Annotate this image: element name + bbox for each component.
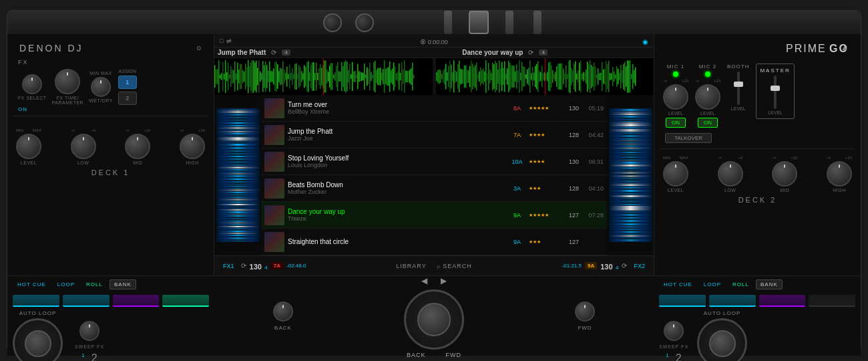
track-row[interactable]: Straighten that circle 9A ★★★ 127 (261, 229, 607, 255)
svg-rect-76 (314, 73, 316, 80)
mic1-level-label: LEVEL (668, 111, 683, 116)
mid-knob-r[interactable] (772, 161, 797, 187)
low-knob-container: -∞+6 LOW (71, 128, 96, 165)
svg-rect-158 (443, 70, 444, 82)
pad-1-2[interactable] (63, 295, 110, 307)
svg-rect-254 (571, 68, 572, 85)
booth-fader-track[interactable] (737, 72, 740, 105)
jog-wheel-2[interactable] (697, 318, 747, 361)
svg-rect-134 (392, 69, 393, 85)
talkover-btn[interactable]: TALKOVER (665, 133, 712, 143)
bank-btn[interactable]: BANK (110, 279, 136, 289)
track-row[interactable]: Jump the Phatt Jazzi Joe 7A ★★★★ 128 04:… (261, 122, 607, 148)
top-knob-1[interactable] (323, 13, 342, 32)
low-knob-r[interactable] (718, 161, 743, 187)
svg-rect-263 (583, 72, 584, 82)
mic1-knob[interactable] (663, 84, 688, 110)
pad-2-1[interactable] (659, 295, 706, 307)
svg-rect-12 (229, 75, 230, 79)
sweep-fx-label-1: SWEEP FX (75, 344, 104, 349)
mic1-knob-container: -∞+20 LEVEL (663, 79, 688, 116)
search-btn[interactable]: ⌕ SEARCH (433, 261, 475, 271)
svg-rect-214 (517, 70, 519, 82)
loop-btn-2[interactable]: LOOP (699, 279, 726, 289)
roll-btn-2[interactable]: ROLL (728, 279, 754, 289)
fwd-knob[interactable] (575, 302, 595, 322)
svg-rect-140 (400, 73, 401, 80)
roll-btn[interactable]: ROLL (81, 279, 107, 289)
pad-1-4[interactable] (162, 295, 209, 307)
sync-icon-2[interactable]: ⟳ (622, 262, 627, 269)
pad-2-4[interactable] (809, 295, 855, 307)
master-fader-track[interactable] (774, 76, 777, 109)
library-btn[interactable]: LIBRARY (393, 261, 429, 271)
hot-cue-btn-2[interactable]: HOT CUE (659, 279, 697, 289)
range-r-level: MINMAX (663, 156, 688, 160)
svg-rect-121 (375, 61, 376, 92)
back-fwd-labels: BACK FWD (407, 352, 461, 358)
svg-rect-74 (312, 62, 313, 91)
nav-right-arrow[interactable]: ▶ (441, 276, 447, 285)
assign-btn-2[interactable]: 2 (118, 92, 137, 105)
track-row[interactable]: Stop Loving Yourself Louis Longdon 10A ★… (261, 148, 607, 175)
level-knob-r[interactable] (663, 161, 688, 187)
jog-wheel-1[interactable] (13, 318, 63, 361)
mic2-knob[interactable] (695, 84, 720, 110)
booth-fader-thumb (734, 82, 743, 87)
svg-rect-63 (297, 74, 298, 79)
key-badge-1: 7A (271, 262, 283, 269)
track-row[interactable]: Dance your way up Treeze 9A ★★★★★ 127 07… (261, 202, 607, 229)
pad-2-3[interactable] (759, 295, 806, 307)
fx-wet-dry-knob[interactable] (91, 77, 111, 97)
track-art (264, 205, 284, 225)
track-key: 7A (509, 132, 525, 138)
pad-2-2[interactable] (709, 295, 756, 307)
divider-right (660, 148, 855, 149)
brand-prime: PRIME (786, 43, 827, 54)
level-knob[interactable] (16, 134, 41, 159)
auto-loop-label-2: AUTO LOOP (704, 310, 741, 316)
back-knob[interactable] (273, 302, 293, 322)
sync-icon-1[interactable]: ⟳ (241, 262, 246, 269)
nav-left-arrow[interactable]: ◀ (421, 276, 427, 285)
mid-knob[interactable] (125, 134, 150, 159)
fx-time-knob[interactable] (55, 69, 80, 94)
svg-rect-68 (304, 65, 305, 88)
main-unit: DENON DJ ⊙ FX FX SELECT FX TIME/ PARAMET… (7, 10, 861, 351)
eject-icon[interactable]: ▲ (841, 43, 849, 52)
svg-rect-102 (349, 64, 351, 89)
high-knob-r[interactable] (827, 161, 852, 187)
svg-rect-49 (278, 71, 280, 82)
sweep-fx-knob-2[interactable] (664, 321, 684, 341)
svg-rect-247 (562, 64, 563, 90)
mic1-on-btn[interactable]: ON (666, 118, 686, 128)
top-knob-2[interactable] (355, 13, 374, 32)
fx-select-knob[interactable] (22, 74, 42, 94)
hot-cue-btn[interactable]: HOT CUE (13, 279, 51, 289)
track-row[interactable]: Beats Bomb Down Mother Zucker 3A ★★★ 128… (261, 175, 607, 202)
deck1-loop-icon: ⟳ (271, 49, 276, 56)
assign-btn-1[interactable]: 1 (118, 76, 137, 89)
low-label-r: LOW (724, 188, 736, 193)
mic2-on-btn[interactable]: ON (698, 118, 718, 128)
loop-btn[interactable]: LOOP (53, 279, 79, 289)
pad-1-1[interactable] (13, 295, 59, 307)
svg-rect-274 (598, 68, 599, 84)
svg-rect-21 (241, 64, 242, 89)
fx-label: FX (18, 59, 203, 66)
svg-rect-232 (541, 66, 543, 87)
pad-1-3[interactable] (113, 295, 160, 307)
svg-rect-243 (556, 66, 558, 87)
track-duration: 05:19 (582, 105, 604, 112)
low-knob[interactable] (71, 134, 96, 159)
center-jog-wheel[interactable] (404, 289, 464, 350)
high-knob[interactable] (180, 134, 205, 159)
svg-rect-164 (451, 65, 452, 89)
svg-rect-189 (484, 72, 485, 82)
svg-rect-155 (439, 70, 440, 84)
track-info: Dance your way up Treeze (288, 208, 505, 222)
tracks-table[interactable]: Turn me over BellBoy Xtreme 8A ★★★★★ 130… (261, 95, 607, 255)
track-row[interactable]: Turn me over BellBoy Xtreme 8A ★★★★★ 130… (261, 95, 607, 122)
sweep-fx-knob-1[interactable] (79, 321, 99, 341)
bank-btn-2[interactable]: BANK (756, 279, 783, 289)
